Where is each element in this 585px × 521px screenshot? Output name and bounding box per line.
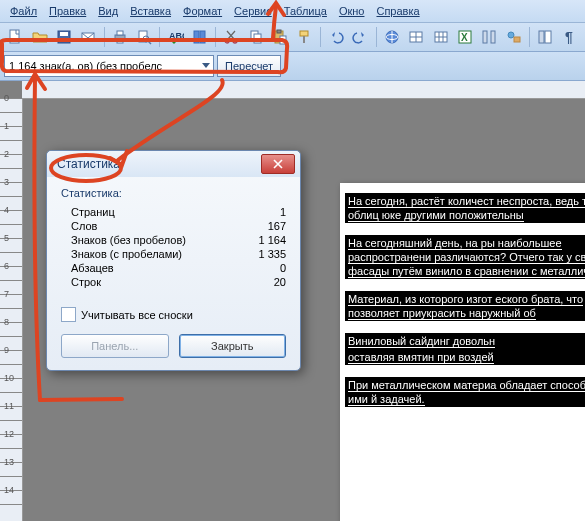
footnotes-label: Учитывать все сноски: [81, 309, 193, 321]
stat-row: Строк20: [61, 275, 286, 289]
format-painter-icon[interactable]: [293, 25, 315, 49]
menu-insert[interactable]: Вставка: [124, 3, 177, 19]
recalc-button[interactable]: Пересчет: [217, 55, 281, 77]
stat-value: 20: [236, 276, 286, 288]
columns-icon[interactable]: [478, 25, 500, 49]
menu-window[interactable]: Окно: [333, 3, 371, 19]
open-icon[interactable]: [28, 25, 50, 49]
stat-label: Знаков (без пробелов): [71, 234, 186, 246]
horizontal-ruler[interactable]: [22, 78, 585, 99]
menu-bar: Файл Правка Вид Вставка Формат Сервис Та…: [0, 0, 585, 23]
vertical-ruler[interactable]: 01234567891011121314: [0, 98, 23, 521]
excel-icon[interactable]: X: [454, 25, 476, 49]
dialog-close-button[interactable]: [261, 154, 295, 174]
preview-icon[interactable]: [133, 25, 155, 49]
svg-point-14: [225, 39, 229, 43]
svg-rect-13: [200, 31, 205, 43]
print-icon[interactable]: [109, 25, 131, 49]
statistics-dialog: Статистика Статистика: Страниц1Слов167Зн…: [46, 150, 301, 371]
stat-row: Знаков (с пробелами)1 335: [61, 247, 286, 261]
selected-text[interactable]: На сегодня, растёт количест неспроста, в…: [345, 193, 585, 223]
menu-edit[interactable]: Правка: [43, 3, 92, 19]
stat-row: Знаков (без пробелов)1 164: [61, 233, 286, 247]
stat-value: 167: [236, 220, 286, 232]
new-doc-icon[interactable]: [4, 25, 26, 49]
selected-text[interactable]: Виниловый сайдинг довольн: [345, 333, 585, 349]
insert-table-icon[interactable]: [429, 25, 451, 49]
svg-rect-40: [545, 31, 551, 43]
menu-file[interactable]: Файл: [4, 3, 43, 19]
svg-rect-38: [514, 37, 520, 42]
menu-table[interactable]: Таблица: [278, 3, 333, 19]
footnotes-checkbox[interactable]: [61, 307, 76, 322]
stat-value: 1: [236, 206, 286, 218]
separator: [159, 27, 160, 47]
menu-view[interactable]: Вид: [92, 3, 124, 19]
svg-rect-35: [483, 31, 487, 43]
close-icon: [273, 159, 283, 169]
paragraph-icon[interactable]: ¶: [558, 25, 580, 49]
doc-map-icon[interactable]: [534, 25, 556, 49]
close-button[interactable]: Закрыть: [179, 334, 287, 358]
svg-rect-17: [254, 34, 261, 43]
redo-icon[interactable]: [349, 25, 371, 49]
drawing-icon[interactable]: [503, 25, 525, 49]
research-icon[interactable]: [189, 25, 211, 49]
separator: [320, 27, 321, 47]
stat-value: 1 335: [236, 248, 286, 260]
svg-rect-12: [194, 31, 199, 43]
spellcheck-icon[interactable]: ABC: [164, 25, 186, 49]
selected-text[interactable]: Материал, из которого изгот еского брата…: [345, 291, 585, 321]
svg-rect-3: [61, 38, 67, 42]
separator: [104, 27, 105, 47]
separator: [215, 27, 216, 47]
dialog-title: Статистика: [57, 157, 120, 171]
undo-icon[interactable]: [325, 25, 347, 49]
standard-toolbar: ABC X ¶: [0, 23, 585, 52]
stat-value: 1 164: [236, 234, 286, 246]
save-icon[interactable]: [53, 25, 75, 49]
wordcount-value: 1 164 знак(а, ов) (без пробелс: [9, 60, 162, 72]
selected-text[interactable]: На сегодняшний день, на ры наибольшее ра…: [345, 235, 585, 279]
svg-rect-21: [300, 31, 308, 36]
selected-text[interactable]: При металлическом материа обладает спосо…: [345, 377, 585, 407]
stat-label: Строк: [71, 276, 101, 288]
wordcount-toolbar: 1 164 знак(а, ов) (без пробелс Пересчет: [0, 52, 585, 81]
stat-row: Абзацев0: [61, 261, 286, 275]
svg-rect-36: [491, 31, 495, 43]
svg-rect-19: [277, 30, 281, 33]
svg-rect-7: [117, 39, 123, 43]
wordcount-field[interactable]: 1 164 знак(а, ов) (без пробелс: [4, 55, 214, 77]
svg-rect-20: [280, 36, 286, 44]
stat-label: Слов: [71, 220, 97, 232]
separator: [376, 27, 377, 47]
stat-label: Абзацев: [71, 262, 114, 274]
menu-tools[interactable]: Сервис: [228, 3, 278, 19]
cut-icon[interactable]: [220, 25, 242, 49]
svg-text:¶: ¶: [565, 29, 573, 45]
menu-help[interactable]: Справка: [370, 3, 425, 19]
selected-text[interactable]: оставляя вмятин при воздей: [345, 349, 585, 365]
panel-button[interactable]: Панель...: [61, 334, 169, 358]
tables-borders-icon[interactable]: [405, 25, 427, 49]
stat-label: Страниц: [71, 206, 115, 218]
stat-row: Слов167: [61, 219, 286, 233]
document-page[interactable]: На сегодня, растёт количест неспроста, в…: [340, 183, 585, 521]
stat-value: 0: [236, 262, 286, 274]
svg-text:X: X: [461, 32, 468, 43]
menu-format[interactable]: Формат: [177, 3, 228, 19]
hyperlink-icon[interactable]: [381, 25, 403, 49]
svg-rect-2: [60, 32, 68, 36]
svg-point-37: [508, 32, 514, 38]
svg-line-10: [148, 41, 151, 44]
stat-label: Знаков (с пробелами): [71, 248, 182, 260]
svg-rect-0: [10, 30, 19, 43]
separator: [529, 27, 530, 47]
svg-point-15: [233, 39, 237, 43]
mail-icon[interactable]: [77, 25, 99, 49]
svg-rect-39: [539, 31, 544, 43]
dialog-titlebar[interactable]: Статистика: [47, 151, 300, 177]
paste-icon[interactable]: [269, 25, 291, 49]
svg-rect-22: [303, 36, 305, 43]
copy-icon[interactable]: [245, 25, 267, 49]
